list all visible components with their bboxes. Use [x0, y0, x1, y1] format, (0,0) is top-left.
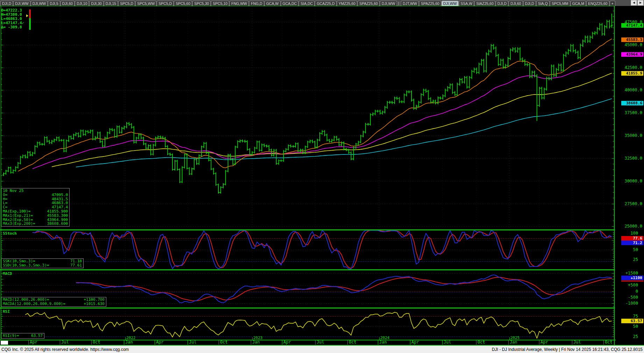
- time-axis-month: Apr: [282, 340, 291, 345]
- cqg-window: DJI,DDJI,WWDJI,WWDJI,5DJI,60DJI,10DJI,30…: [0, 0, 644, 353]
- info-box-row: MA(Exp,100)=41855.900: [1, 209, 69, 214]
- tab-djt,ww[interactable]: DJT,WW: [401, 1, 419, 6]
- tab-ssa,w[interactable]: SSA,W: [459, 1, 474, 6]
- time-axis-year: 2022: [126, 336, 136, 340]
- ind-tick-label: 50: [617, 248, 638, 252]
- price-tick-label: 27500.0: [617, 202, 642, 206]
- time-axis-year: 2024: [380, 336, 390, 340]
- price-badge: 47147.4: [621, 23, 643, 28]
- tab-spc5,30[interactable]: SPC5,30: [192, 1, 211, 6]
- tab-dji,60[interactable]: DJI,60: [61, 1, 75, 6]
- info-box-row: O=47095.0: [1, 193, 69, 197]
- ind-tick-label: +1500: [617, 271, 638, 276]
- tab-dji,60[interactable]: DJI,60: [509, 1, 523, 6]
- time-axis-month: Jul: [442, 340, 451, 345]
- ind-tick-label: 0: [617, 289, 638, 294]
- tab-dji,ww[interactable]: DJI,WW: [31, 1, 48, 6]
- tab-gca,m[interactable]: GCA,M: [571, 1, 586, 6]
- time-axis-month: Oct: [476, 340, 485, 345]
- time-axis-month: Jan: [251, 340, 260, 345]
- info-box-value: 47095.0: [52, 193, 68, 197]
- tab-dji,ww[interactable]: DJI,WW: [13, 1, 30, 6]
- chart-overlays: O=47222.3H=47380.0L=46863.0L=47147.4✓Δ= …: [0, 0, 644, 353]
- tab-dji,d[interactable]: DJI,D: [496, 1, 508, 6]
- status-symbol-info: DJI - DJ Industrial Average, Weekly | Fr…: [492, 347, 643, 352]
- tab-spc5,60[interactable]: SPC5,60: [174, 1, 192, 6]
- panel-label-row: SSD(10,Smo,3,Smo,3)=77.61: [1, 263, 83, 268]
- price-badge: 45583.3: [621, 37, 643, 42]
- time-axis-month: Jan: [508, 340, 517, 345]
- bar-pointer-icon: [26, 14, 28, 17]
- tab-spaz25,60[interactable]: SPAZ25,60: [419, 1, 441, 6]
- tab-spc5,10[interactable]: SPC5,10: [211, 1, 229, 6]
- tab-dji,15[interactable]: DJI,15: [104, 1, 118, 6]
- time-axis-month: Jul: [60, 340, 69, 345]
- info-box-value: 38608.600: [47, 222, 68, 226]
- tab-scroll-left-icon[interactable]: ◀: [631, 0, 637, 6]
- ind-tick-label: 75: [617, 314, 638, 319]
- price-tick-label: 40000.0: [617, 88, 642, 92]
- tab-dji,d[interactable]: DJI,D: [0, 1, 13, 6]
- info-box-row: MAx1(Exp,21)=45583.300: [1, 214, 69, 218]
- tab-spc5,mm[interactable]: SPC5,MM: [550, 1, 570, 6]
- info-box-label: MA(Exp,100)=: [3, 209, 30, 214]
- tab-siaz25,60[interactable]: SIAZ25,60: [474, 1, 495, 6]
- tab-spc5,d[interactable]: SPC5,D: [157, 1, 174, 6]
- info-box-row: MAx3(Exp,200)=38608.600: [1, 222, 69, 226]
- info-box-value: 45583.300: [47, 214, 68, 218]
- price-tick-label: 25000.0: [617, 224, 642, 229]
- tab-gca,w[interactable]: GCA,W: [264, 1, 281, 6]
- time-axis-month: Jul: [315, 340, 324, 345]
- ind-tick-label: 100: [617, 231, 638, 236]
- info-box-value: 41855.900: [47, 209, 68, 214]
- tab-dji,10[interactable]: DJI,10: [75, 1, 89, 6]
- tab-fng,d[interactable]: FNG,D: [249, 1, 264, 6]
- panel-title-macd: MACD: [3, 272, 12, 276]
- price-badge: 41855.9: [621, 71, 643, 76]
- tab-ymz25,60[interactable]: YMZ25,60: [337, 1, 357, 6]
- panel-title-sstoch: SStoch: [3, 231, 17, 236]
- price-badge: 43964.9: [621, 52, 643, 57]
- ohlc-row: Δ= -309.8: [1, 25, 24, 29]
- time-axis-month: Oct: [91, 340, 100, 345]
- tab-enqz25,60[interactable]: ENQZ25,60: [586, 1, 609, 6]
- ind-tick-label: 50: [617, 324, 638, 329]
- tab-spc5,ww[interactable]: SPC5,WW: [135, 1, 156, 6]
- time-axis-month: Oct: [603, 340, 613, 345]
- time-axis-month: Apr: [539, 340, 548, 345]
- panel-label-row: RSI(9)=63.57: [1, 334, 44, 338]
- price-tick-label: 32500.0: [617, 156, 642, 161]
- panel-labels-macd: MACD(12.000,26.000)=+1100.700MACDA(12.00…: [1, 297, 106, 307]
- time-axis-month: Jul: [187, 340, 197, 345]
- hscroll-thumb[interactable]: [1, 341, 8, 345]
- tab-dji,ww[interactable]: DJI,WW: [380, 1, 397, 6]
- tab-scroll-right-icon[interactable]: ▶: [637, 0, 644, 6]
- tab-dji,ww[interactable]: DJI,WW: [441, 1, 459, 6]
- tab-spc5,d[interactable]: SPC5,D: [118, 1, 135, 6]
- tab-dji,30[interactable]: DJI,30: [89, 1, 103, 6]
- info-box-label: MAx1(Exp,21)=: [3, 214, 33, 218]
- tab-gca,dc[interactable]: GCA,DC: [281, 1, 299, 6]
- ind-tick-label: 25: [617, 257, 638, 262]
- tab-bar: DJI,DDJI,WWDJI,WWDJI,5DJI,60DJI,10DJI,30…: [0, 0, 644, 6]
- add-tab-button[interactable]: +: [610, 1, 615, 6]
- panel-label: SSD(10,Smo,3,Smo,3)=: [3, 263, 49, 268]
- panel-labels-rsi: RSI(9)=63.57: [1, 333, 44, 339]
- tab-dji,d[interactable]: DJI,D: [523, 1, 536, 6]
- current-bar-icon: [29, 9, 31, 18]
- tab-gcaz25,d[interactable]: GCAZ25,D: [315, 1, 336, 6]
- panel-value: +1015.630: [84, 302, 105, 306]
- time-axis-month: Jan: [378, 340, 387, 345]
- panel-labels-sstoch: SSK(10,Smo,3)=71.18SSD(10,Smo,3,Smo,3)=7…: [1, 258, 84, 268]
- tab-dji,5[interactable]: DJI,5: [48, 1, 60, 6]
- tab-fng,ww[interactable]: FNG,WW: [229, 1, 249, 6]
- price-tick-label: 45000.0: [617, 43, 642, 47]
- time-axis-month: Apr: [410, 340, 419, 345]
- tab-spaz25,60[interactable]: SPAZ25,60: [358, 1, 380, 6]
- time-axis-month: Oct: [347, 340, 356, 345]
- ind-tick-label: 25: [617, 334, 638, 339]
- tab-sia,q[interactable]: SIA,Q: [536, 1, 550, 6]
- tab-separator: |: [397, 1, 401, 6]
- price-tick-label: 30000.0: [617, 179, 642, 184]
- tab-sia,dc[interactable]: SIA,DC: [299, 1, 314, 6]
